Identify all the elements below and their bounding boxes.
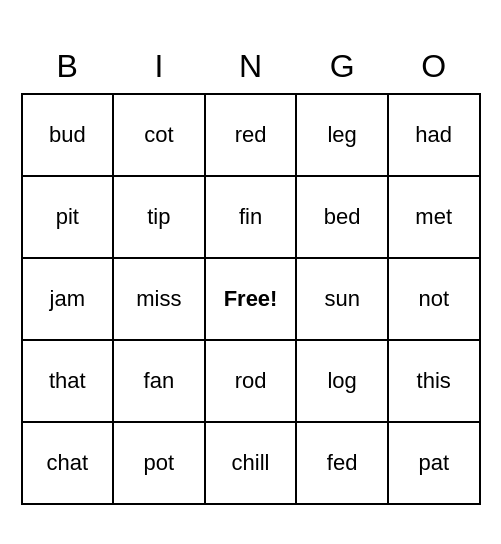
bingo-cell-r1c4: met [388,176,480,258]
header-cell-g: G [296,39,388,94]
bingo-cell-r4c3: fed [296,422,388,504]
bingo-cell-r3c1: fan [113,340,205,422]
bingo-cell-r3c4: this [388,340,480,422]
header-cell-b: B [22,39,114,94]
bingo-row-2: jammissFree!sunnot [22,258,480,340]
bingo-cell-r2c4: not [388,258,480,340]
bingo-cell-r4c1: pot [113,422,205,504]
bingo-cell-r3c0: that [22,340,114,422]
bingo-cell-r1c0: pit [22,176,114,258]
header-cell-o: O [388,39,480,94]
bingo-cell-r1c1: tip [113,176,205,258]
header-row: BINGO [22,39,480,94]
bingo-cell-r2c0: jam [22,258,114,340]
bingo-cell-r4c0: chat [22,422,114,504]
bingo-cell-r3c2: rod [205,340,297,422]
bingo-row-4: chatpotchillfedpat [22,422,480,504]
bingo-cell-r2c2: Free! [205,258,297,340]
bingo-row-3: thatfanrodlogthis [22,340,480,422]
bingo-cell-r0c0: bud [22,94,114,176]
bingo-cell-r2c1: miss [113,258,205,340]
bingo-row-0: budcotredleghad [22,94,480,176]
bingo-cell-r0c3: leg [296,94,388,176]
bingo-cell-r1c2: fin [205,176,297,258]
bingo-cell-r0c4: had [388,94,480,176]
bingo-cell-r0c1: cot [113,94,205,176]
header-cell-n: N [205,39,297,94]
bingo-cell-r0c2: red [205,94,297,176]
bingo-cell-r3c3: log [296,340,388,422]
header-cell-i: I [113,39,205,94]
bingo-cell-r4c4: pat [388,422,480,504]
bingo-card: BINGO budcotredleghadpittipfinbedmetjamm… [21,39,481,505]
bingo-cell-r4c2: chill [205,422,297,504]
bingo-row-1: pittipfinbedmet [22,176,480,258]
bingo-cell-r2c3: sun [296,258,388,340]
bingo-cell-r1c3: bed [296,176,388,258]
